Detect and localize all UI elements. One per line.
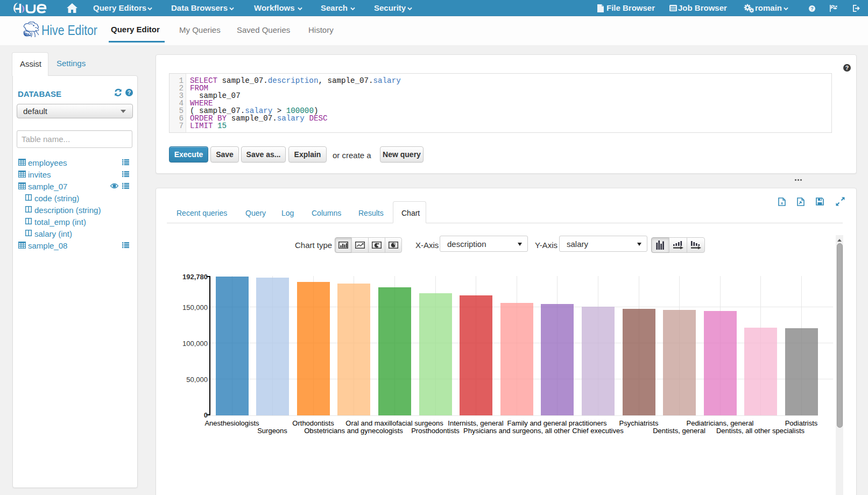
svg-text:?: ?: [128, 89, 131, 96]
svg-text:?: ?: [845, 65, 849, 71]
svg-text:x: x: [781, 201, 784, 206]
svg-text:?: ?: [810, 6, 814, 11]
